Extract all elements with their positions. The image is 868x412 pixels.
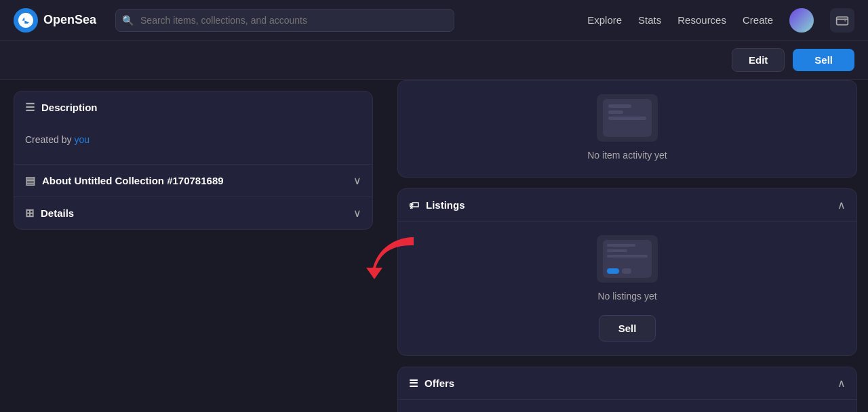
nav-links: Explore Stats Resources Create [587,8,854,33]
edit-button[interactable]: Edit [732,48,785,72]
details-title: Details [41,207,74,219]
details-header[interactable]: ⊞ Details [14,197,372,229]
opensea-logo-text: OpenSea [43,13,96,27]
img-line-3 [608,117,646,120]
left-card: ☰ Description Created by you ▤ About Unt… [14,91,373,230]
listings-header[interactable]: 🏷 Listings [398,189,856,222]
main-content: ☰ Description Created by you ▤ About Unt… [0,80,868,412]
offers-body [398,400,856,412]
svg-rect-0 [837,17,848,25]
about-chevron-icon [353,174,361,187]
search-input[interactable] [115,9,454,32]
listings-empty-text: No listings yet [597,291,656,302]
about-header[interactable]: ▤ About Untitled Collection #170781689 [14,165,372,197]
created-by-link[interactable]: you [74,134,90,145]
created-by-prefix: Created by [25,134,74,145]
activity-empty-text: No item activity yet [587,150,667,161]
listings-line-2 [607,249,627,252]
search-bar[interactable]: 🔍 [115,9,454,32]
listings-empty-image [597,235,658,283]
left-panel: ☰ Description Created by you ▤ About Unt… [0,80,387,412]
nav-link-stats[interactable]: Stats [638,14,661,26]
about-section: ▤ About Untitled Collection #170781689 [14,165,372,197]
description-header[interactable]: ☰ Description [14,91,372,123]
listings-chevron-icon [837,199,846,211]
offers-header[interactable]: ☰ Offers [398,367,856,400]
toggle-pill-gray [622,268,631,274]
listings-line-3 [607,255,648,258]
about-icon: ▤ [25,174,35,187]
offers-title: Offers [425,377,454,389]
description-title: Description [41,102,98,113]
right-panel: No item activity yet 🏷 Listings [387,80,868,412]
description-icon: ☰ [25,101,35,114]
activity-empty-image [597,94,658,142]
wallet-icon[interactable] [830,8,854,33]
opensea-logo[interactable]: OpenSea [14,8,96,33]
listings-body: No listings yet Sell [398,222,856,355]
about-title: About Untitled Collection #170781689 [42,175,224,186]
opensea-logo-icon [14,8,38,33]
description-section: ☰ Description Created by you [14,91,372,165]
listings-title: Listings [426,199,465,211]
action-bar: Edit Sell [0,41,868,80]
offers-icon: ☰ [409,377,418,390]
details-chevron-icon [353,207,361,220]
img-line-1 [608,104,631,108]
activity-empty-state: No item activity yet [398,81,856,177]
navbar: OpenSea 🔍 Explore Stats Resources Create [0,0,868,41]
offers-chevron-icon [837,377,846,390]
toggle-pill-blue [607,268,619,274]
activity-card: No item activity yet [397,80,857,178]
sell-button-listings[interactable]: Sell [599,315,656,342]
nav-link-explore[interactable]: Explore [587,14,622,26]
listings-icon: 🏷 [409,199,419,211]
description-body: Created by you [14,123,372,164]
details-icon: ⊞ [25,207,34,220]
img-line-2 [608,110,623,114]
nav-link-resources[interactable]: Resources [677,14,726,26]
search-icon: 🔍 [122,15,134,26]
nav-link-create[interactable]: Create [743,14,773,26]
listings-card: 🏷 Listings No [397,188,857,356]
listings-toggle [607,268,631,274]
details-section: ⊞ Details [14,197,372,229]
listings-line-1 [607,244,635,247]
sell-button-top[interactable]: Sell [793,49,854,71]
offers-card: ☰ Offers [397,367,857,412]
user-avatar[interactable] [789,8,814,33]
